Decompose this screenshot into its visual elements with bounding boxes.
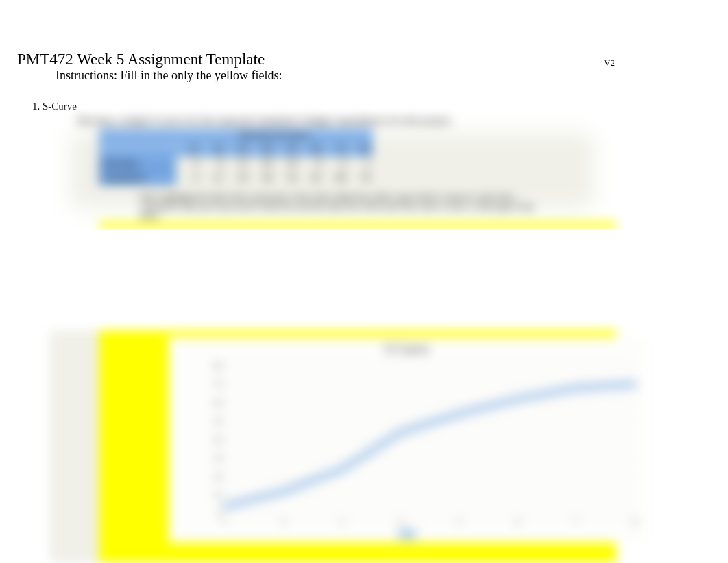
section-heading: 1. S-Curve <box>32 101 77 112</box>
cell: 4 <box>176 156 201 171</box>
row-label-cumulative: Cumulative <box>99 171 176 185</box>
cell: 8 <box>299 156 324 171</box>
cell: 70 <box>348 171 373 185</box>
develop-instruction: Develop a simple S-curve for the expecte… <box>77 115 452 127</box>
row-label-activities: Activities <box>99 156 176 171</box>
chart-plot: 0102030405060708012345678 <box>196 366 635 514</box>
x-tick: 6 <box>515 517 520 527</box>
cell: 12 <box>226 156 250 171</box>
y-tick: 30 <box>214 453 222 464</box>
yellow-strip <box>99 222 616 228</box>
x-tick: 7 <box>574 517 579 527</box>
col-header: 60 <box>299 142 324 156</box>
chart-area: S Curve 0102030405060708012345678 <box>169 337 645 542</box>
hint-text: Hint: Highlight the table above and inse… <box>140 192 548 221</box>
legend-marker <box>399 530 415 538</box>
y-tick: 80 <box>214 361 222 371</box>
x-tick: 2 <box>281 517 285 527</box>
y-tick: 70 <box>214 379 222 390</box>
version-label: V2 <box>604 58 615 68</box>
chart-title: S Curve <box>169 337 645 357</box>
y-tick: 40 <box>214 435 222 445</box>
page-title: PMT472 Week 5 Assignment Template <box>17 51 265 68</box>
col-header: 30 <box>226 142 250 156</box>
data-table: Duration (in days) 10 20 30 40 50 60 70 … <box>99 127 373 185</box>
cell: 68 <box>324 171 348 185</box>
y-tick: 20 <box>214 472 222 482</box>
cell: 10 <box>275 156 300 171</box>
x-tick: 5 <box>457 517 461 527</box>
cell: 44 <box>250 171 275 185</box>
y-tick: 10 <box>214 490 222 501</box>
instructions-text: Instructions: Fill in the only the yello… <box>56 68 282 83</box>
cell: 2 <box>348 156 373 171</box>
cell: 8 <box>201 156 226 171</box>
s-curve-line <box>225 366 635 514</box>
x-tick: 3 <box>340 517 344 527</box>
col-header: 10 <box>176 142 201 156</box>
table-panel: Develop a simple S-curve for the expecte… <box>49 112 615 229</box>
cell: 54 <box>275 171 300 185</box>
cell: 6 <box>324 156 348 171</box>
cell: 4 <box>176 171 201 185</box>
duration-header: Duration (in days) <box>176 127 373 142</box>
x-tick: 8 <box>633 517 637 527</box>
y-tick: 0 <box>218 509 222 519</box>
cell: 24 <box>226 171 250 185</box>
col-header: 50 <box>275 142 300 156</box>
y-tick: 50 <box>214 416 222 427</box>
cell: 20 <box>250 156 275 171</box>
x-tick: 4 <box>398 517 402 527</box>
y-tick: 60 <box>214 398 222 408</box>
col-header: 80 <box>348 142 373 156</box>
col-header: 20 <box>201 142 226 156</box>
cell: 62 <box>299 171 324 185</box>
x-tick: 1 <box>223 517 227 527</box>
col-header: 70 <box>324 142 348 156</box>
col-header: 40 <box>250 142 275 156</box>
chart-panel: S Curve 0102030405060708012345678 <box>49 330 615 563</box>
cell: 12 <box>201 171 226 185</box>
yellow-chart-area[interactable]: S Curve 0102030405060708012345678 <box>99 330 616 563</box>
